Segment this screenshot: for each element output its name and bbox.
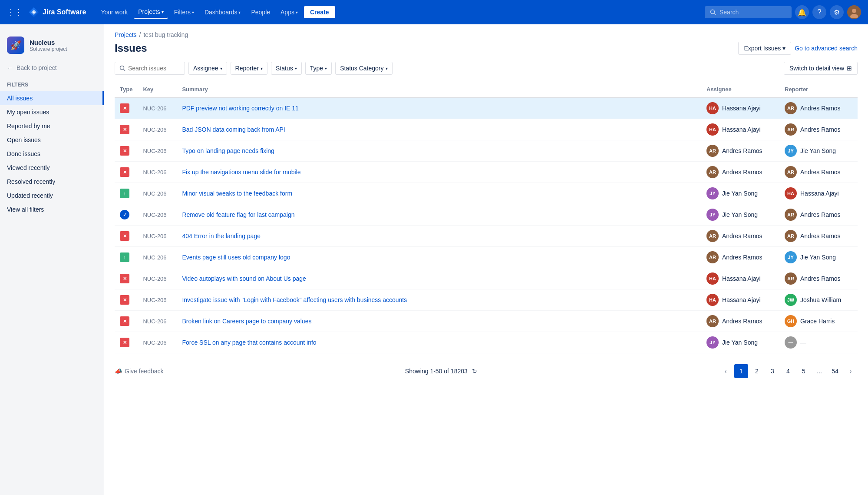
cell-summary[interactable]: PDF preview not working correctly on IE … (177, 97, 701, 119)
cell-key: NUC-206 (138, 204, 177, 226)
cell-summary[interactable]: Force SSL on any page that contains acco… (177, 332, 701, 353)
reporter-avatar: JY (785, 145, 797, 157)
table-row[interactable]: ↑ NUC-206 Minor visual tweaks to the fee… (115, 183, 858, 204)
filters-chevron-icon: ▾ (192, 10, 194, 15)
breadcrumb-current: test bug tracking (143, 31, 188, 38)
assignee-chevron-icon: ▾ (220, 66, 222, 71)
cell-summary[interactable]: Typo on landing page needs fixing (177, 140, 701, 162)
status-filter[interactable]: Status ▾ (271, 62, 302, 75)
cell-key: NUC-206 (138, 268, 177, 289)
prev-page-button[interactable]: ‹ (719, 364, 733, 378)
sidebar-item-reported-by-me[interactable]: Reported by me (0, 119, 104, 133)
switch-detail-view-button[interactable]: Switch to detail view ⊞ (784, 62, 858, 75)
cell-type: ✕ (115, 140, 138, 162)
cell-reporter: AR Andres Ramos (779, 226, 858, 247)
reporter-avatar: AR (785, 123, 797, 136)
grid-icon[interactable]: ⋮⋮ (7, 7, 23, 17)
table-row[interactable]: ✕ NUC-206 Bad JSON data coming back from… (115, 119, 858, 140)
help-icon[interactable]: ? (812, 5, 826, 19)
table-row[interactable]: ✕ NUC-206 Broken link on Careers page to… (115, 311, 858, 332)
table-row[interactable]: ✕ NUC-206 Force SSL on any page that con… (115, 332, 858, 353)
assignee-avatar: HA (706, 272, 719, 285)
filters-row: Assignee ▾ Reporter ▾ Status ▾ Type ▾ St… (115, 62, 858, 75)
export-issues-button[interactable]: Export Issues ▾ (738, 42, 791, 55)
reporter-filter[interactable]: Reporter ▾ (231, 62, 267, 75)
table-row[interactable]: ✕ NUC-206 Fix up the navigations menu sl… (115, 162, 858, 183)
cell-reporter: AR Andres Ramos (779, 268, 858, 289)
nav-people[interactable]: People (247, 6, 274, 18)
page-4-button[interactable]: 4 (781, 364, 795, 378)
logo[interactable]: Jira Software (28, 6, 86, 18)
notifications-icon[interactable]: 🔔 (795, 5, 809, 19)
svg-point-5 (120, 66, 124, 70)
nav-filters[interactable]: Filters ▾ (170, 6, 198, 18)
sidebar-item-viewed-recently[interactable]: Viewed recently (0, 161, 104, 175)
assignee-avatar: JY (706, 336, 719, 349)
cell-summary[interactable]: Remove old feature flag for last campaig… (177, 204, 701, 226)
sidebar-item-view-all-filters[interactable]: View all filters (0, 203, 104, 216)
nav-projects[interactable]: Projects ▾ (134, 6, 168, 19)
sidebar-project: 🚀 Nucleus Software project (0, 31, 104, 61)
col-header-assignee: Assignee (701, 82, 779, 97)
breadcrumb-projects[interactable]: Projects (115, 31, 137, 38)
assignee-avatar: AR (706, 251, 719, 263)
assignee-name: Hassana Ajayi (722, 275, 761, 282)
nav-dashboards[interactable]: Dashboards ▾ (200, 6, 245, 18)
table-row[interactable]: ✓ NUC-206 Remove old feature flag for la… (115, 204, 858, 226)
nav-your-work[interactable]: Your work (96, 6, 132, 18)
table-row[interactable]: ✕ NUC-206 Typo on landing page needs fix… (115, 140, 858, 162)
page-last-button[interactable]: 54 (828, 364, 842, 378)
cell-summary[interactable]: 404 Error in the landing page (177, 226, 701, 247)
assignee-filter[interactable]: Assignee ▾ (188, 62, 227, 75)
global-search[interactable]: Search (705, 6, 792, 18)
cell-assignee: JY Jie Yan Song (701, 332, 779, 353)
create-button[interactable]: Create (304, 6, 335, 18)
table-row[interactable]: ✕ NUC-206 PDF preview not working correc… (115, 97, 858, 119)
page-5-button[interactable]: 5 (797, 364, 811, 378)
cell-summary[interactable]: Broken link on Careers page to company v… (177, 311, 701, 332)
page-2-button[interactable]: 2 (750, 364, 764, 378)
sidebar-item-resolved-recently[interactable]: Resolved recently (0, 175, 104, 189)
table-row[interactable]: ↑ NUC-206 Events page still uses old com… (115, 247, 858, 268)
cell-summary[interactable]: Video autoplays with sound on About Us p… (177, 268, 701, 289)
refresh-icon[interactable]: ↻ (472, 368, 477, 375)
type-filter[interactable]: Type ▾ (305, 62, 332, 75)
page-title: Issues (115, 42, 147, 54)
bug-type-icon: ✕ (120, 231, 129, 241)
search-issues-input[interactable] (128, 65, 180, 72)
cell-summary[interactable]: Fix up the navigations menu slide for mo… (177, 162, 701, 183)
sidebar-item-my-open-issues[interactable]: My open issues (0, 105, 104, 119)
cell-summary[interactable]: Events page still uses old company logo (177, 247, 701, 268)
assignee-name: Jie Yan Song (722, 339, 758, 346)
nav-apps[interactable]: Apps ▾ (276, 6, 302, 18)
cell-assignee: JY Jie Yan Song (701, 183, 779, 204)
status-category-filter[interactable]: Status Category ▾ (335, 62, 392, 75)
back-to-project[interactable]: ← Back to project (0, 61, 104, 75)
sidebar-item-open-issues[interactable]: Open issues (0, 133, 104, 147)
reporter-name: Jie Yan Song (800, 147, 836, 154)
sidebar-item-done-issues[interactable]: Done issues (0, 147, 104, 161)
search-issues-filter[interactable] (115, 62, 185, 75)
sidebar: 🚀 Nucleus Software project ← Back to pro… (0, 24, 104, 495)
assignee-avatar: AR (706, 166, 719, 178)
avatar[interactable] (847, 5, 861, 19)
sidebar-item-updated-recently[interactable]: Updated recently (0, 189, 104, 203)
advanced-search-link[interactable]: Go to advanced search (795, 45, 858, 52)
page-1-button[interactable]: 1 (734, 364, 748, 378)
cell-summary[interactable]: Investigate issue with "Login with Faceb… (177, 289, 701, 311)
bug-type-icon: ✕ (120, 146, 129, 156)
table-row[interactable]: ✕ NUC-206 Investigate issue with "Login … (115, 289, 858, 311)
assignee-name: Hassana Ajayi (722, 296, 761, 303)
cell-summary[interactable]: Minor visual tweaks to the feedback form (177, 183, 701, 204)
done-type-icon: ✓ (120, 210, 129, 219)
settings-icon[interactable]: ⚙ (830, 5, 844, 19)
cell-summary[interactable]: Bad JSON data coming back from API (177, 119, 701, 140)
page-3-button[interactable]: 3 (766, 364, 779, 378)
next-page-button[interactable]: › (844, 364, 858, 378)
reporter-avatar: — (785, 336, 797, 349)
table-row[interactable]: ✕ NUC-206 404 Error in the landing page … (115, 226, 858, 247)
reporter-name: Grace Harris (800, 318, 835, 325)
table-row[interactable]: ✕ NUC-206 Video autoplays with sound on … (115, 268, 858, 289)
feedback-button[interactable]: 📣 Give feedback (115, 368, 164, 375)
sidebar-item-all-issues[interactable]: All issues (0, 91, 104, 105)
